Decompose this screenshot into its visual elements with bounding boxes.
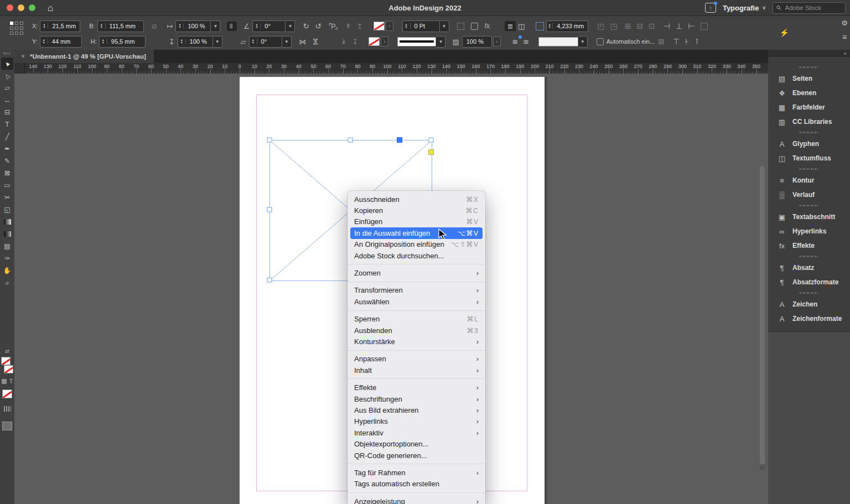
panel-button-absatz[interactable]: ¶ Absatz bbox=[768, 261, 850, 275]
stepper-icon[interactable]: ▲▼ bbox=[40, 23, 48, 29]
wrap-jump-icon[interactable]: ≊ bbox=[521, 37, 532, 46]
flip-horizontal-icon[interactable]: ⋈ bbox=[299, 38, 307, 45]
note-tool[interactable]: ▤ bbox=[1, 240, 13, 252]
menu-item-transformieren[interactable]: Transformieren › bbox=[348, 285, 485, 296]
menu-item-effekte[interactable]: Effekte › bbox=[348, 382, 485, 393]
scale-x-field[interactable]: ▲▼100 % bbox=[175, 20, 211, 32]
stroke-flyout-button[interactable]: › bbox=[381, 37, 388, 46]
pen-tool[interactable]: ✒ bbox=[1, 143, 13, 155]
scrollbar-thumb[interactable] bbox=[760, 166, 765, 465]
selection-handle[interactable] bbox=[348, 138, 353, 143]
menu-item-einfuegen[interactable]: Einfügen ⌘V bbox=[348, 216, 485, 227]
opacity-field[interactable]: 100 % bbox=[462, 36, 492, 48]
fill-swatch[interactable] bbox=[1, 357, 11, 365]
stepper-icon[interactable]: ▲▼ bbox=[253, 23, 261, 29]
stroke-style-dropdown[interactable] bbox=[397, 37, 436, 46]
apply-none-swatch[interactable] bbox=[2, 389, 12, 398]
effects-fx-icon[interactable]: fx. bbox=[485, 22, 492, 30]
share-icon[interactable]: ↑ bbox=[705, 3, 716, 13]
distribute-up-icon[interactable]: ↟ bbox=[345, 23, 351, 30]
menu-item-in-die-auswahl-einfuegen[interactable]: In die Auswahl einfügen ⌥⌘V bbox=[350, 227, 483, 238]
panel-button-absatzformate[interactable]: ¶ Absatzformate bbox=[768, 275, 850, 289]
selection-handle[interactable] bbox=[267, 138, 272, 143]
menu-item-hyperlinks[interactable]: Hyperlinks › bbox=[348, 416, 485, 427]
wrap-offset-field[interactable]: ▲▼4,233 mm bbox=[546, 20, 588, 32]
gap-tool[interactable]: ↔ bbox=[1, 94, 13, 106]
align-middle-icon[interactable]: ⊦ bbox=[685, 38, 689, 45]
search-input[interactable] bbox=[784, 4, 842, 12]
menu-item-adobe-stock-durchsuchen[interactable]: Adobe Stock durchsuchen... bbox=[348, 250, 485, 261]
rotation-field[interactable]: ▲▼0° bbox=[252, 20, 286, 32]
close-tab-icon[interactable]: × bbox=[21, 53, 25, 60]
menu-item-objektexportoptionen[interactable]: Objektexportoptionen... bbox=[348, 438, 485, 449]
corner-shape-icon[interactable] bbox=[471, 23, 478, 30]
panel-button-textabschnitt[interactable]: ▣ Textabschnitt bbox=[768, 210, 850, 224]
apply-color-icon[interactable] bbox=[4, 406, 11, 412]
menu-item-konturstaerke[interactable]: Konturstärke › bbox=[348, 336, 485, 347]
panel-menu-icon[interactable]: ≡ bbox=[842, 33, 847, 41]
collapse-panels-icon[interactable]: « bbox=[843, 50, 847, 56]
menu-item-sperren[interactable]: Sperren ⌘L bbox=[348, 314, 485, 325]
vertical-scrollbar[interactable] bbox=[760, 166, 765, 470]
ruler-corner[interactable] bbox=[14, 63, 25, 74]
panel-button-glyphen[interactable]: A Glyphen bbox=[768, 137, 850, 151]
panel-button-zeichenformate[interactable]: A Zeichenformate bbox=[768, 311, 850, 326]
direct-selection-tool[interactable]: △ bbox=[1, 70, 13, 82]
fill-color-swatch[interactable] bbox=[374, 22, 385, 30]
menu-item-interaktiv[interactable]: Interaktiv › bbox=[348, 427, 485, 438]
scale-y-field[interactable]: ▲▼100 % bbox=[178, 36, 213, 48]
text-wrap-frame-icon[interactable]: ◫ bbox=[516, 21, 527, 31]
scale-link-icon[interactable]: ∞ bbox=[227, 22, 236, 31]
selection-handle[interactable] bbox=[429, 138, 434, 143]
frame-options-icon[interactable] bbox=[701, 23, 708, 30]
distribute-bottom-icon[interactable]: ↧ bbox=[353, 38, 359, 45]
chevron-down-icon[interactable]: ▼ bbox=[286, 20, 295, 32]
close-window-button[interactable] bbox=[7, 4, 13, 11]
live-corner-adornment[interactable] bbox=[428, 149, 434, 155]
stepper-icon[interactable]: ▲▼ bbox=[40, 39, 48, 44]
stepper-icon[interactable]: ▲▼ bbox=[176, 23, 184, 29]
constrain-proportions-icon[interactable]: ⊘ bbox=[152, 23, 158, 30]
wrap-around-shape-icon[interactable]: ≋ bbox=[510, 37, 521, 46]
gradient-swatch-tool[interactable] bbox=[1, 216, 13, 228]
align-left-icon[interactable]: ⊣ bbox=[664, 22, 670, 30]
selection-handle[interactable] bbox=[267, 278, 272, 283]
fit-content-icon[interactable]: ◰ bbox=[597, 22, 604, 30]
menu-item-aus-bild-extrahieren[interactable]: Aus Bild extrahieren › bbox=[348, 404, 485, 415]
adobe-stock-search[interactable] bbox=[773, 2, 846, 14]
menu-item-tag-fuer-rahmen[interactable]: Tag für Rahmen › bbox=[348, 467, 485, 478]
line-tool[interactable]: ╱ bbox=[1, 131, 13, 143]
stroke-swatch[interactable] bbox=[4, 365, 13, 373]
selection-tool[interactable]: ▲ bbox=[1, 58, 13, 70]
stepper-icon[interactable]: ▲▼ bbox=[403, 23, 411, 29]
chevron-down-icon[interactable]: ▼ bbox=[213, 36, 222, 48]
chevron-down-icon[interactable]: ▼ bbox=[578, 36, 588, 48]
panel-button-farbfelder[interactable]: ▦ Farbfelder bbox=[768, 100, 850, 115]
page-tool[interactable]: ▱ bbox=[1, 82, 13, 94]
free-transform-tool[interactable]: ◱ bbox=[1, 204, 13, 216]
minimize-window-button[interactable] bbox=[18, 4, 24, 11]
menu-item-anpassen[interactable]: Anpassen › bbox=[348, 354, 485, 365]
panel-button-textumfluss[interactable]: ◫ Textumfluss bbox=[768, 151, 850, 165]
zoom-tool[interactable]: ⌕ bbox=[1, 277, 13, 289]
stroke-weight-field[interactable]: ▲▼0 Pt bbox=[402, 20, 440, 32]
rectangle-tool[interactable]: ▭ bbox=[1, 179, 13, 191]
chevron-down-icon[interactable]: ▼ bbox=[436, 36, 445, 48]
fill-flyout-button[interactable]: › bbox=[386, 21, 393, 31]
menu-item-ausblenden[interactable]: Ausblenden ⌘3 bbox=[348, 325, 485, 336]
anchored-object-adornment[interactable] bbox=[397, 137, 402, 143]
menu-item-kopieren[interactable]: Kopieren ⌘C bbox=[348, 205, 485, 216]
menu-item-ausschneiden[interactable]: Ausschneiden ⌘X bbox=[348, 194, 485, 205]
type-tool[interactable]: T bbox=[1, 118, 13, 131]
zoom-window-button[interactable] bbox=[29, 4, 35, 11]
selection-handle[interactable] bbox=[267, 207, 272, 212]
swap-fill-stroke-icon[interactable]: ⇄ bbox=[5, 349, 9, 354]
menu-item-auswaehlen[interactable]: Auswählen › bbox=[348, 296, 485, 307]
align-right-icon[interactable]: ⊢ bbox=[688, 22, 694, 30]
panel-button-verlauf[interactable]: ▒ Verlauf bbox=[768, 188, 850, 202]
width-field[interactable]: ▲▼111,5 mm bbox=[97, 20, 144, 32]
frame-fitting-options-icon[interactable]: ⊠ bbox=[658, 38, 665, 45]
hand-tool[interactable]: ✋ bbox=[1, 264, 13, 277]
align-top-icon[interactable]: ⊤ bbox=[673, 38, 680, 45]
menu-item-an-originalposition-einfuegen[interactable]: An Originalposition einfügen ⌥⇧⌘V bbox=[348, 239, 485, 250]
